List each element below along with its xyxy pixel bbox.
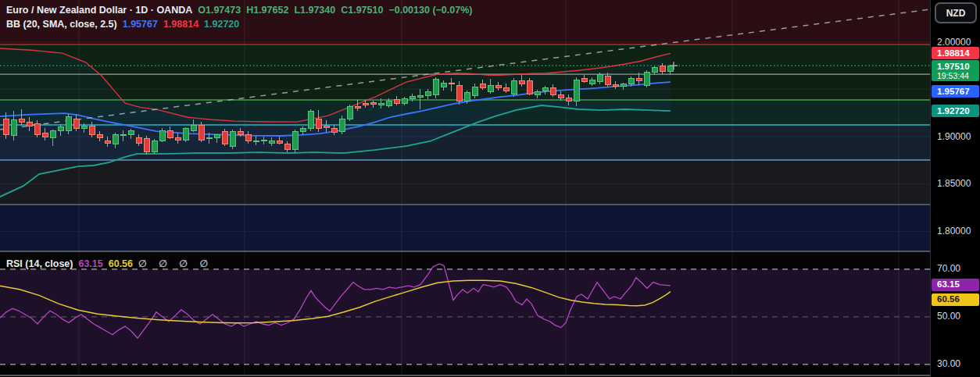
candle-body <box>566 98 571 101</box>
ohlc-close: C1.97510 <box>341 5 383 16</box>
candle-body <box>81 126 87 128</box>
candle-body <box>441 84 446 87</box>
symbol-legend-row[interactable]: Euro / New Zealand Dollar · 1D · OANDA O… <box>6 5 472 16</box>
candle-body <box>550 87 556 95</box>
candle-body <box>558 95 563 98</box>
candle-body <box>175 137 181 140</box>
price-zone <box>0 160 930 205</box>
ohlc-low: L1.97340 <box>294 5 335 16</box>
candle-body <box>105 140 110 143</box>
price-axis-badge: 1.98814 <box>932 47 979 59</box>
ohlc-high: H1.97652 <box>246 5 288 16</box>
candle-body <box>113 134 118 144</box>
candle-body <box>284 144 290 150</box>
candle-body <box>222 131 227 144</box>
candle-body <box>449 83 454 84</box>
bb-lower-value: 1.92720 <box>204 19 239 30</box>
candle-body <box>386 101 392 105</box>
candle-body <box>628 78 634 84</box>
candle-body <box>238 132 243 135</box>
price-axis-label: 1.80000 <box>937 226 971 237</box>
bb-upper-value: 1.98814 <box>163 19 199 30</box>
candle-body <box>425 91 431 96</box>
price-axis-badge: 1.92720 <box>932 105 979 117</box>
rsi-indicator-legend-row[interactable]: RSI (14, close) 63.15 60.56 ∅ ∅ ∅ ∅ <box>6 258 213 269</box>
candle-body <box>535 91 540 95</box>
trading-chart-window: Euro / New Zealand Dollar · 1D · OANDA O… <box>0 0 980 377</box>
candle-body <box>464 93 470 101</box>
candle-body <box>495 85 501 87</box>
price-axis[interactable]: NZD 2.000001.900001.850001.800001.988141… <box>930 0 980 377</box>
rsi-empty-slots: ∅ ∅ ∅ ∅ <box>138 258 213 269</box>
candle-body <box>120 134 126 136</box>
candle-body <box>597 74 603 82</box>
chart-canvas[interactable] <box>0 0 980 377</box>
candle-body <box>480 84 485 87</box>
ohlc-open: O1.97473 <box>198 5 241 16</box>
candle-body <box>97 134 102 138</box>
candle-body <box>417 96 423 98</box>
candle-body <box>11 119 16 135</box>
price-zone <box>0 44 930 74</box>
candle-body <box>183 129 188 140</box>
rsi-axis-badge: 60.56 <box>932 293 979 306</box>
candle-body <box>613 85 618 87</box>
bb-indicator-legend-row[interactable]: BB (20, SMA, close, 2.5) 1.95767 1.98814… <box>6 19 239 30</box>
candle-body <box>42 133 48 137</box>
candle-body <box>191 125 196 131</box>
candle-body <box>277 140 282 143</box>
candle-body <box>363 103 368 105</box>
rsi-zone <box>0 269 930 365</box>
candle-body <box>355 106 360 108</box>
candle-body <box>152 140 157 151</box>
price-axis-badge: 1.95767 <box>932 85 979 98</box>
candle-body <box>58 126 63 130</box>
ohlc-change: −0.00130 (−0.07%) <box>388 5 472 16</box>
candle-body <box>378 104 384 105</box>
candle-body <box>199 125 204 140</box>
currency-toggle-button[interactable]: NZD <box>935 2 977 23</box>
price-zone <box>0 205 930 251</box>
candle-body <box>261 140 266 141</box>
candle-body <box>159 131 165 140</box>
price-axis-label: 2.00000 <box>937 37 971 48</box>
candle-body <box>324 126 329 128</box>
rsi-axis-label: 30.00 <box>937 359 960 369</box>
candle-body <box>621 84 626 87</box>
rsi-zone <box>0 365 930 375</box>
candle-body <box>433 79 438 95</box>
rsi-axis-label: 70.00 <box>937 264 960 274</box>
candle-body <box>472 87 477 96</box>
candle-body <box>292 132 298 150</box>
candle-body <box>370 103 376 105</box>
candle-body <box>589 80 595 84</box>
candle-body <box>50 131 55 138</box>
candle-body <box>331 129 337 133</box>
candle-body <box>456 85 462 101</box>
candle-body <box>347 106 352 119</box>
candle-body <box>128 131 134 135</box>
candle-body <box>667 66 673 71</box>
price-axis-badge: 1.9751019:53:44 <box>932 60 979 81</box>
candle-body <box>339 119 345 131</box>
candle-body <box>66 117 71 131</box>
rsi-indicator-name: RSI (14, close) <box>6 258 73 269</box>
candle-body <box>519 81 524 84</box>
candle-body <box>402 99 407 103</box>
candle-body <box>605 76 610 85</box>
background-zones <box>0 0 930 375</box>
candle-body <box>269 140 274 143</box>
candle-body <box>527 81 532 94</box>
candle-body <box>144 139 149 152</box>
candle-body <box>27 123 32 126</box>
candle-body <box>308 111 313 128</box>
candle-body <box>19 119 24 123</box>
rsi-axis-label: 50.00 <box>937 311 960 322</box>
candle-body <box>574 80 579 101</box>
candle-body <box>206 137 212 139</box>
candle-body <box>660 66 665 72</box>
candle-body <box>488 85 493 91</box>
symbol-title: Euro / New Zealand Dollar · 1D · OANDA <box>6 5 192 16</box>
bb-indicator-name: BB (20, SMA, close, 2.5) <box>6 19 117 30</box>
candle-body <box>542 87 548 91</box>
